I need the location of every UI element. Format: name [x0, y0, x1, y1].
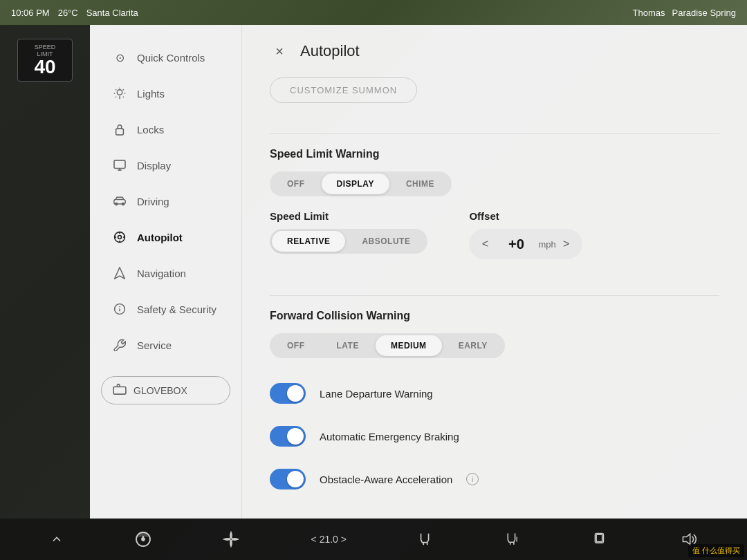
offset-unit: mph — [538, 239, 555, 250]
obstacle-accel-toggle[interactable] — [270, 469, 306, 489]
close-button[interactable]: × — [270, 41, 289, 61]
svg-point-0 — [117, 90, 122, 95]
svg-point-18 — [120, 306, 120, 307]
sidebar-item-autopilot[interactable]: Autopilot — [95, 220, 236, 254]
status-user: Thomas — [633, 8, 665, 18]
sidebar-label-locks: Locks — [137, 124, 164, 136]
svg-point-22 — [142, 538, 145, 541]
obstacle-accel-label: Obstacle-Aware Acceleration — [320, 474, 452, 485]
status-bar: 10:06 PM 26°C Santa Clarita Thomas Parad… — [0, 0, 747, 25]
lane-departure-label: Lane Departure Warning — [320, 388, 433, 400]
main-content: × Autopilot CUSTOMIZE SUMMON Speed Limit… — [242, 25, 747, 519]
lights-icon — [112, 86, 127, 101]
svg-rect-19 — [113, 386, 126, 394]
speed-limit-warning-title: Speed Limit Warning — [270, 148, 719, 160]
lane-departure-row: Lane Departure Warning — [270, 383, 719, 404]
auto-braking-toggle[interactable] — [270, 426, 306, 447]
status-temp: 26°C — [58, 8, 78, 18]
autopilot-icon — [112, 230, 127, 245]
fcw-control: OFF LATE MEDIUM EARLY — [270, 333, 505, 358]
svg-marker-15 — [115, 268, 125, 279]
glovebox-button[interactable]: GLOVEBOX — [101, 376, 230, 404]
taskbar-temp-value: < 21.0 > — [311, 534, 347, 545]
slw-off-button[interactable]: OFF — [272, 174, 320, 194]
watermark: 值 什么值得买 — [688, 544, 744, 557]
slw-display-button[interactable]: DISPLAY — [322, 174, 389, 194]
sidebar-label-display: Display — [137, 160, 171, 171]
speed-label: SPEEDLIMIT — [25, 44, 65, 57]
svg-rect-29 — [596, 534, 602, 541]
sidebar-label-quick-controls: Quick Controls — [137, 52, 205, 64]
service-icon — [112, 337, 127, 353]
svg-point-7 — [115, 203, 117, 205]
status-location: Santa Clarita — [86, 8, 138, 18]
status-time: 10:06 PM — [11, 8, 50, 18]
navigation-icon — [112, 265, 127, 281]
sidebar-item-safety[interactable]: Safety & Security — [95, 292, 236, 326]
fcw-early-button[interactable]: EARLY — [443, 335, 503, 356]
speed-info: SPEEDLIMIT 40 — [17, 39, 73, 82]
svg-rect-3 — [114, 160, 125, 169]
sl-relative-button[interactable]: RELATIVE — [272, 231, 345, 252]
svg-rect-2 — [116, 129, 124, 135]
sidebar-label-driving: Driving — [137, 196, 169, 207]
taskbar-temp[interactable]: < 21.0 > — [311, 534, 347, 545]
sidebar-item-display[interactable]: Display — [95, 148, 236, 183]
status-location2: Paradise Spring — [672, 8, 737, 18]
sidebar-item-lights[interactable]: Lights — [95, 76, 236, 111]
svg-point-8 — [122, 203, 124, 205]
taskbar-seat3[interactable] — [593, 531, 609, 548]
status-right: Thomas Paradise Spring — [633, 8, 736, 18]
sidebar-label-service: Service — [137, 339, 172, 351]
offset-label: Offset — [469, 210, 582, 222]
fcw-title: Forward Collision Warning — [270, 310, 719, 322]
taskbar-screen-lock[interactable] — [50, 532, 64, 546]
speed-limit-col: Speed Limit RELATIVE ABSOLUTE — [270, 210, 427, 268]
speed-limit-label: Speed Limit — [270, 210, 427, 222]
taskbar-fan[interactable] — [223, 531, 239, 548]
speed-limit-warning-control: OFF DISPLAY CHIME — [270, 171, 452, 196]
auto-braking-row: Automatic Emergency Braking — [270, 426, 719, 447]
modal-header: × Autopilot — [270, 41, 719, 61]
close-icon: × — [275, 44, 284, 59]
sidebar-label-navigation: Navigation — [137, 268, 186, 279]
safety-icon — [112, 301, 127, 317]
sidebar-item-navigation[interactable]: Navigation — [95, 256, 236, 290]
sl-absolute-button[interactable]: ABSOLUTE — [347, 231, 425, 252]
divider-2 — [270, 295, 719, 296]
offset-col: Offset < +0 mph > — [469, 210, 582, 259]
sidebar-label-autopilot: Autopilot — [137, 232, 183, 243]
modal: ⊙ Quick Controls Lights Locks — [90, 25, 747, 519]
fcw-off-button[interactable]: OFF — [272, 335, 320, 356]
status-left: 10:06 PM 26°C Santa Clarita — [11, 8, 138, 18]
speed-value: 40 — [25, 57, 65, 77]
obstacle-accel-row: Obstacle-Aware Acceleration i — [270, 469, 719, 489]
customize-summon-button[interactable]: CUSTOMIZE SUMMON — [270, 77, 417, 103]
svg-point-10 — [118, 236, 122, 239]
sidebar-label-safety: Safety & Security — [137, 304, 216, 315]
glovebox-label: GLOVEBOX — [133, 385, 187, 396]
sidebar-item-locks[interactable]: Locks — [95, 112, 236, 147]
modal-title: Autopilot — [300, 42, 360, 60]
taskbar-seat2[interactable] — [505, 531, 522, 548]
sidebar-item-quick-controls[interactable]: ⊙ Quick Controls — [95, 40, 236, 75]
taskbar-steering[interactable] — [135, 531, 151, 548]
slw-chime-button[interactable]: CHIME — [391, 174, 450, 194]
offset-value: +0 — [495, 236, 537, 252]
glovebox-icon — [113, 384, 127, 397]
sidebar-item-driving[interactable]: Driving — [95, 184, 236, 218]
offset-decrease-button[interactable]: < — [474, 232, 495, 256]
sidebar-item-service[interactable]: Service — [95, 328, 236, 362]
sidebar-label-lights: Lights — [137, 88, 165, 100]
taskbar-seat1[interactable] — [418, 532, 433, 547]
obstacle-accel-info-icon[interactable]: i — [466, 473, 479, 485]
sidebar-nav: ⊙ Quick Controls Lights Locks — [90, 25, 242, 519]
offset-increase-button[interactable]: > — [556, 232, 577, 256]
fcw-late-button[interactable]: LATE — [322, 335, 374, 356]
lane-departure-toggle[interactable] — [270, 383, 306, 404]
fcw-medium-button[interactable]: MEDIUM — [376, 335, 442, 356]
offset-control: < +0 mph > — [469, 229, 582, 259]
left-panel: SPEEDLIMIT 40 — [0, 25, 90, 519]
svg-marker-30 — [683, 534, 690, 544]
speed-limit-control: RELATIVE ABSOLUTE — [270, 229, 427, 254]
